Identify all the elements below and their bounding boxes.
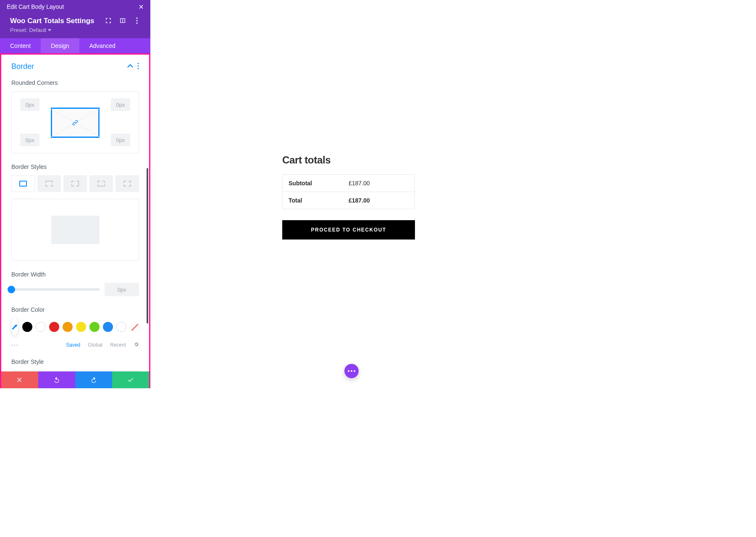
color-swatch-orange[interactable] <box>63 322 73 332</box>
border-styles-picker <box>11 175 139 192</box>
settings-header: Woo Cart Totals Settings Preset: Default <box>0 13 150 38</box>
border-width-label: Border Width <box>11 271 139 278</box>
corner-top-left-input[interactable] <box>20 98 39 111</box>
preview-canvas: Cart totals Subtotal £187.00 Total £187.… <box>150 53 547 388</box>
close-icon[interactable]: × <box>139 3 144 11</box>
color-swatch-white2[interactable] <box>116 322 126 332</box>
tab-advanced[interactable]: Advanced <box>79 38 126 53</box>
color-swatch-white[interactable] <box>36 322 46 332</box>
border-preview <box>11 199 139 261</box>
border-preview-inner <box>51 216 100 244</box>
color-swatch-yellow[interactable] <box>76 322 86 332</box>
expand-icon[interactable] <box>105 17 112 25</box>
subtotal-label: Subtotal <box>289 180 349 187</box>
rounded-corners-control <box>11 91 139 153</box>
svg-point-1 <box>136 20 137 21</box>
section-title: Border <box>11 62 34 71</box>
kebab-icon[interactable] <box>137 63 139 71</box>
border-style-select-label: Border Style <box>11 358 139 365</box>
cart-totals-module: Cart totals Subtotal £187.00 Total £187.… <box>282 154 415 287</box>
border-style-right[interactable] <box>63 175 87 192</box>
panel-title: Edit Cart Body Layout <box>7 3 64 10</box>
discard-button[interactable] <box>1 371 38 388</box>
save-button[interactable] <box>112 371 149 388</box>
link-corners-toggle[interactable] <box>51 108 100 138</box>
table-row: Subtotal £187.00 <box>283 175 415 192</box>
slider-thumb[interactable] <box>8 286 15 293</box>
preset-selector[interactable]: Preset: Default <box>10 27 140 33</box>
redo-button[interactable] <box>75 371 112 388</box>
svg-point-3 <box>137 63 139 64</box>
gear-icon[interactable] <box>134 342 139 348</box>
svg-point-5 <box>137 68 139 69</box>
undo-button[interactable] <box>38 371 75 388</box>
total-value: £187.00 <box>349 197 370 204</box>
color-swatch-blue[interactable] <box>103 322 113 332</box>
scrollbar[interactable] <box>147 168 148 324</box>
color-swatch-red[interactable] <box>49 322 59 332</box>
border-style-select[interactable]: Solid <box>11 370 139 371</box>
checkout-button[interactable]: PROCEED TO CHECKOUT <box>282 220 415 240</box>
kebab-icon[interactable] <box>134 17 140 25</box>
border-style-left[interactable] <box>116 175 139 192</box>
settings-sidebar: Border Rounded Corners Borde <box>0 53 150 388</box>
settings-tabs: Content Design Advanced <box>0 38 150 53</box>
border-width-slider[interactable] <box>11 288 100 291</box>
tab-content[interactable]: Content <box>0 38 41 53</box>
svg-point-0 <box>136 17 137 18</box>
module-title: Woo Cart Totals Settings <box>10 17 94 25</box>
corner-bottom-right-input[interactable] <box>111 134 130 146</box>
columns-icon[interactable] <box>119 17 126 25</box>
border-styles-label: Border Styles <box>11 163 139 170</box>
palette-global[interactable]: Global <box>88 342 102 348</box>
palette-saved[interactable]: Saved <box>66 342 80 348</box>
palette-tabs: Saved Global Recent <box>11 342 139 348</box>
color-swatch-black[interactable] <box>22 322 32 332</box>
table-row: Total £187.00 <box>283 192 415 209</box>
total-label: Total <box>289 197 349 204</box>
border-style-all[interactable] <box>11 175 35 192</box>
color-swatch-none[interactable] <box>130 322 140 332</box>
subtotal-value: £187.00 <box>349 180 370 187</box>
cart-totals-title: Cart totals <box>282 154 415 166</box>
action-bar <box>1 371 149 388</box>
chevron-up-icon[interactable] <box>127 63 133 70</box>
svg-point-2 <box>136 22 137 24</box>
corner-top-right-input[interactable] <box>111 98 130 111</box>
border-color-label: Border Color <box>11 306 139 313</box>
rounded-corners-label: Rounded Corners <box>11 79 139 86</box>
palette-more-icon[interactable] <box>11 345 18 346</box>
fab-more-icon[interactable] <box>344 364 359 378</box>
border-width-input[interactable] <box>105 283 139 296</box>
color-swatch-green[interactable] <box>89 322 100 332</box>
palette-recent[interactable]: Recent <box>110 342 126 348</box>
svg-point-4 <box>137 65 139 66</box>
panel-titlebar: Edit Cart Body Layout × <box>0 0 150 13</box>
corner-bottom-left-input[interactable] <box>20 134 39 146</box>
color-swatches <box>11 318 139 336</box>
eyedropper-icon[interactable] <box>11 318 18 336</box>
border-style-bottom[interactable] <box>89 175 113 192</box>
tab-design[interactable]: Design <box>41 38 79 53</box>
border-style-top[interactable] <box>37 175 61 192</box>
cart-totals-table: Subtotal £187.00 Total £187.00 <box>282 174 415 209</box>
